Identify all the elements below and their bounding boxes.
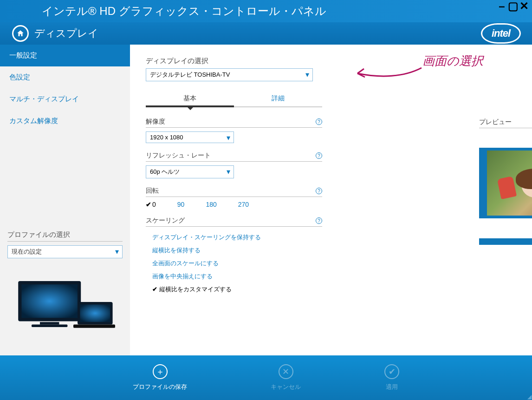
scaling-opt-keep-display[interactable]: ディスプレイ・スケーリングを保持する	[152, 233, 322, 242]
scaling-setting: スケーリング ? ディスプレイ・スケーリングを保持する 縦横比を保持する 全画面…	[146, 216, 322, 294]
svg-rect-1	[21, 284, 78, 318]
intel-logo: intel	[481, 23, 521, 44]
profile-block: プロファイルの選択 現在の設定	[0, 230, 130, 355]
sidebar-item-custom-res[interactable]: カスタム解像度	[0, 110, 130, 132]
rotation-opt-270[interactable]: 270	[238, 201, 249, 208]
maximize-button[interactable]: ▢	[509, 2, 517, 10]
cancel-button[interactable]: ✕ キャンセル	[271, 364, 301, 391]
help-icon[interactable]: ?	[316, 217, 322, 224]
refresh-label: リフレッシュ・レート	[146, 151, 211, 160]
rotation-setting: 回転 ? 0 90 180 270	[146, 187, 322, 208]
content: ディスプレイの選択 デジタルテレビ TOSHIBA-TV 画面の選択 基本 詳細…	[130, 45, 532, 355]
check-icon: ✔	[384, 364, 399, 379]
scaling-label: スケーリング	[146, 216, 185, 225]
scaling-opt-center[interactable]: 画像を中央揃えにする	[152, 272, 322, 281]
resolution-setting: 解像度 ? 1920 x 1080	[146, 118, 322, 143]
help-icon[interactable]: ?	[316, 152, 322, 159]
rotation-label: 回転	[146, 187, 159, 195]
minimize-button[interactable]: –	[498, 2, 506, 10]
sidebar-item-multidisplay[interactable]: マルチ・ディスプレイ	[0, 88, 130, 110]
svg-rect-5	[80, 304, 110, 322]
preview-image	[487, 151, 532, 216]
display-select[interactable]: デジタルテレビ TOSHIBA-TV	[146, 68, 313, 81]
rotation-opt-180[interactable]: 180	[206, 201, 216, 208]
preview-image-detail	[497, 176, 517, 199]
svg-rect-3	[32, 325, 67, 327]
profile-select[interactable]: 現在の設定	[7, 245, 123, 258]
home-button[interactable]	[12, 25, 29, 42]
svg-rect-6	[73, 325, 115, 328]
app-title: インテル® HD グラフィックス・コントロール・パネル	[42, 4, 326, 19]
settings-tabs: 基本 詳細	[146, 92, 322, 107]
rotation-opt-90[interactable]: 90	[177, 201, 185, 208]
display-select-label: ディスプレイの選択	[146, 57, 513, 66]
horizontal-scale-slider[interactable]	[479, 238, 532, 245]
section-header: ディスプレイ intel	[0, 22, 532, 45]
refresh-setting: リフレッシュ・レート ? 60p ヘルツ	[146, 151, 322, 178]
section-title: ディスプレイ	[34, 26, 98, 40]
apply-button[interactable]: ✔ 適用	[384, 364, 399, 391]
sidebar-item-color[interactable]: 色設定	[0, 66, 130, 88]
svg-rect-2	[40, 322, 59, 324]
sidebar-item-general[interactable]: 一般設定	[0, 45, 130, 66]
home-icon	[16, 29, 25, 38]
close-button[interactable]: ✕	[520, 2, 528, 10]
scaling-opt-custom[interactable]: 縦横比をカスタマイズする	[152, 285, 322, 294]
tab-basic[interactable]: 基本	[146, 92, 234, 107]
footer: ＋ プロファイルの保存 ✕ キャンセル ✔ 適用 ◢	[0, 355, 532, 400]
tab-advanced[interactable]: 詳細	[234, 92, 322, 107]
scaling-opt-keep-aspect[interactable]: 縦横比を保持する	[152, 246, 322, 255]
display-select-block: ディスプレイの選択 デジタルテレビ TOSHIBA-TV	[146, 57, 513, 81]
resolution-select[interactable]: 1920 x 1080	[146, 131, 234, 143]
monitor-illustration	[7, 277, 123, 346]
window-controls: – ▢ ✕	[498, 2, 528, 10]
resize-grip-icon[interactable]: ◢	[527, 396, 530, 398]
plus-icon: ＋	[153, 364, 168, 379]
preview-panel: プレビュー ? 98 98	[479, 118, 532, 269]
save-profile-button[interactable]: ＋ プロファイルの保存	[133, 364, 187, 391]
sidebar: 一般設定 色設定 マルチ・ディスプレイ カスタム解像度 プロファイルの選択 現在…	[0, 45, 130, 355]
main-area: 一般設定 色設定 マルチ・ディスプレイ カスタム解像度 プロファイルの選択 現在…	[0, 45, 532, 355]
title-bar: インテル® HD グラフィックス・コントロール・パネル – ▢ ✕	[0, 0, 532, 22]
preview-frame	[479, 148, 532, 218]
close-icon: ✕	[279, 364, 293, 379]
help-icon[interactable]: ?	[316, 188, 322, 194]
profile-label: プロファイルの選択	[7, 230, 123, 242]
resolution-label: 解像度	[146, 118, 165, 126]
tab-indicator	[146, 109, 322, 114]
rotation-opt-0[interactable]: 0	[146, 201, 156, 208]
help-icon[interactable]: ?	[316, 118, 322, 125]
scaling-opt-fullscreen[interactable]: 全画面のスケールにする	[152, 259, 322, 268]
refresh-select[interactable]: 60p ヘルツ	[146, 165, 234, 178]
preview-label: プレビュー	[479, 118, 512, 126]
